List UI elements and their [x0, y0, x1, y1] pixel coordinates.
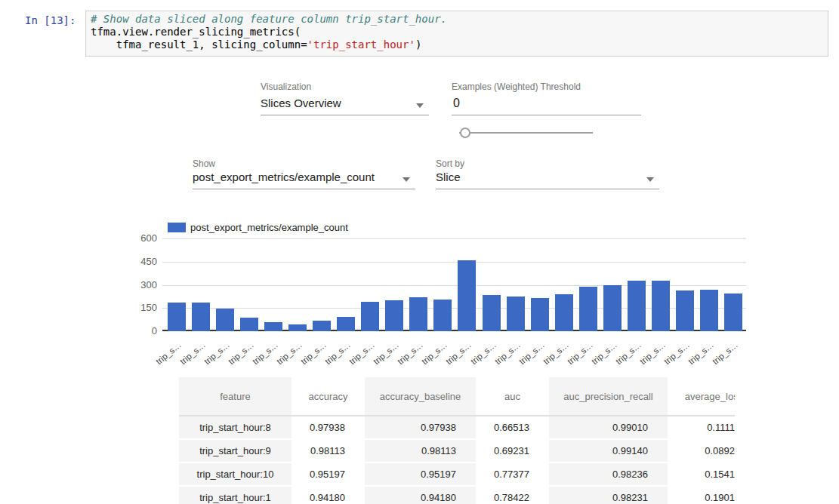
visualization-select[interactable]: Slices Overview — [261, 97, 429, 116]
sortby-select[interactable]: Slice — [436, 171, 659, 190]
table-header-row: featureaccuracyaccuracy_baselineaucauc_p… — [179, 377, 735, 416]
y-axis-labels: 0150300450600 — [127, 232, 157, 338]
dropdown-arrow-icon — [403, 177, 410, 182]
bar[interactable] — [652, 281, 670, 331]
chart-plot — [162, 238, 746, 331]
code-comment: # Show data sliced along feature column … — [91, 13, 447, 25]
feature-cell: trip_start_hour:8 — [179, 416, 291, 439]
input-underline — [452, 115, 641, 115]
column-header[interactable]: accuracy — [291, 377, 365, 416]
slider-handle[interactable] — [460, 128, 470, 138]
bar[interactable] — [216, 309, 234, 331]
select-underline — [436, 189, 659, 189]
metric-cell: 0.98231 — [549, 486, 668, 504]
code-text: # Show data sliced along feature column … — [91, 13, 447, 51]
bar[interactable] — [288, 324, 307, 331]
bar[interactable] — [458, 260, 476, 331]
y-tick-label: 0 — [127, 325, 157, 337]
metric-cell: 0.69231 — [476, 439, 549, 463]
bar[interactable] — [168, 303, 186, 331]
code-line-2: tfma.view.render_slicing_metrics( — [91, 26, 301, 38]
y-tick-label: 600 — [127, 232, 157, 244]
bar[interactable] — [483, 295, 501, 331]
bar[interactable] — [676, 290, 694, 331]
bar[interactable] — [361, 302, 379, 331]
metric-cell: 0.1901 — [668, 486, 735, 504]
code-string-literal: 'trip_start_hour' — [307, 38, 415, 51]
column-header[interactable]: auc — [476, 377, 549, 416]
metric-cell: 0.94180 — [365, 486, 476, 504]
bar[interactable] — [603, 285, 622, 331]
table-row[interactable]: trip_start_hour:10.941800.941800.784220.… — [179, 486, 735, 504]
bar[interactable] — [385, 300, 403, 331]
metric-cell: 0.1541 — [668, 463, 735, 486]
select-underline — [193, 189, 415, 189]
legend-swatch — [168, 223, 186, 232]
show-label: Show — [193, 158, 215, 169]
sortby-label: Sort by — [436, 158, 464, 169]
x-axis-labels: trip_s…trip_s…trip_s…trip_s…trip_s…trip_… — [162, 337, 759, 371]
bar[interactable] — [700, 290, 718, 331]
metric-cell: 0.99140 — [549, 439, 668, 463]
metric-cell: 0.94180 — [291, 486, 365, 504]
column-header[interactable]: accuracy_baseline — [365, 377, 476, 416]
threshold-input[interactable]: 0 — [452, 97, 641, 116]
metrics-table: featureaccuracyaccuracy_baselineaucauc_p… — [179, 377, 735, 504]
threshold-value: 0 — [452, 97, 641, 110]
threshold-label: Examples (Weighted) Threshold — [452, 81, 581, 92]
bar[interactable] — [313, 321, 331, 331]
bar[interactable] — [507, 297, 525, 331]
metric-cell: 0.66513 — [476, 416, 549, 439]
show-value: post_export_metrics/example_count — [193, 171, 415, 183]
legend-label: post_export_metrics/example_count — [190, 222, 348, 233]
chart-legend: post_export_metrics/example_count — [168, 222, 348, 233]
show-select[interactable]: post_export_metrics/example_count — [193, 171, 415, 190]
threshold-slider[interactable] — [459, 132, 593, 134]
visualization-label: Visualization — [261, 81, 311, 92]
code-editor[interactable]: # Show data sliced along feature column … — [85, 11, 828, 57]
feature-cell: trip_start_hour:10 — [179, 463, 291, 486]
metric-cell: 0.99010 — [549, 416, 668, 439]
metric-cell: 0.98236 — [549, 463, 668, 486]
bar[interactable] — [337, 317, 355, 331]
bar[interactable] — [264, 322, 282, 331]
visualization-value: Slices Overview — [261, 97, 429, 109]
bar[interactable] — [240, 318, 258, 331]
column-header[interactable]: feature — [179, 377, 291, 416]
bar[interactable] — [531, 298, 549, 331]
sortby-value: Slice — [436, 171, 659, 183]
y-tick-label: 150 — [127, 302, 157, 313]
metric-cell: 0.98113 — [291, 439, 365, 463]
code-line-3: tfma_result_1, slicing_column= — [91, 38, 307, 51]
dropdown-arrow-icon — [416, 103, 424, 108]
bar[interactable] — [579, 287, 597, 331]
bar[interactable] — [433, 300, 452, 331]
column-header[interactable]: auc_precision_recall — [549, 377, 668, 416]
metric-cell: 0.95197 — [365, 463, 476, 486]
bar[interactable] — [409, 297, 427, 331]
metric-cell: 0.77377 — [476, 463, 549, 486]
y-tick-label: 450 — [127, 256, 157, 267]
cell-prompt: In [13]: — [25, 14, 79, 26]
metric-cell: 0.95197 — [291, 463, 365, 486]
metric-cell: 0.98113 — [365, 439, 476, 463]
bar[interactable] — [724, 293, 742, 331]
bar[interactable] — [192, 303, 210, 331]
metric-cell: 0.97938 — [365, 416, 476, 439]
metric-cell: 0.1111 — [668, 416, 735, 439]
gridline — [162, 262, 746, 263]
metric-cell: 0.97938 — [291, 416, 365, 439]
bar[interactable] — [555, 294, 573, 331]
metric-cell: 0.0892 — [668, 439, 735, 463]
feature-cell: trip_start_hour:9 — [179, 439, 291, 463]
table-row[interactable]: trip_start_hour:100.951970.951970.773770… — [179, 463, 735, 486]
bar[interactable] — [628, 281, 646, 331]
code-line-3-end: ) — [415, 38, 421, 51]
y-tick-label: 300 — [127, 279, 157, 290]
metric-cell: 0.78422 — [476, 486, 549, 504]
table-row[interactable]: trip_start_hour:80.979380.979380.665130.… — [179, 416, 735, 439]
column-header[interactable]: average_loss — [668, 377, 735, 416]
select-underline — [261, 115, 429, 115]
feature-cell: trip_start_hour:1 — [179, 486, 291, 504]
table-row[interactable]: trip_start_hour:90.981130.981130.692310.… — [179, 439, 735, 463]
